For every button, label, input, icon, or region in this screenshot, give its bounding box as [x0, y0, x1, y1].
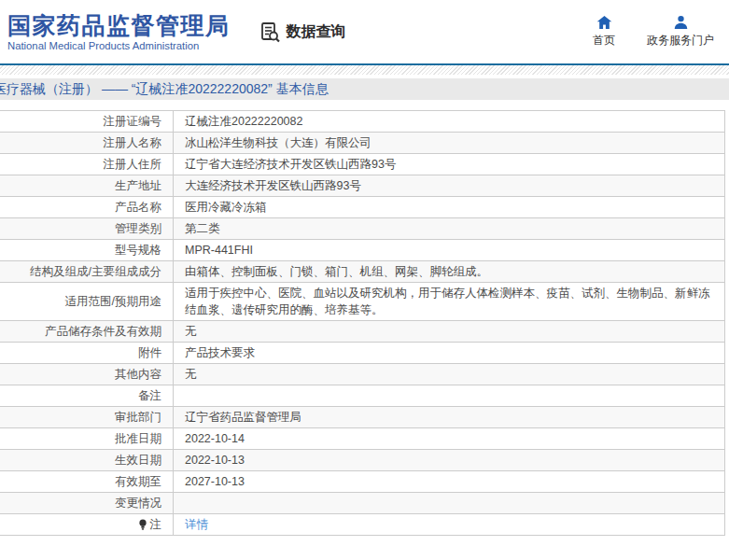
table-row: 管理类别第二类 — [0, 218, 724, 240]
row-label: 批准日期 — [0, 428, 174, 449]
table-row: 生产地址大连经济技术开发区铁山西路93号 — [0, 175, 724, 197]
home-icon — [596, 15, 612, 30]
row-value: 辽宁省药品监督管理局 — [174, 407, 724, 427]
row-label: 产品储存条件及有效期 — [0, 321, 174, 342]
row-value: 大连经济技术开发区铁山西路93号 — [174, 175, 724, 196]
table-row: 附件产品技术要求 — [0, 343, 724, 364]
logo-subtitle: National Medical Products Administration — [7, 39, 231, 52]
row-value: 无 — [174, 364, 724, 385]
row-value — [174, 385, 724, 406]
row-value: 由箱体、控制面板、门锁、箱门、机组、网架、脚轮组成。 — [174, 261, 724, 282]
row-value: 适用于疾控中心、医院、血站以及研究机构，用于储存人体检测样本、疫苗、试剂、生物制… — [174, 283, 724, 320]
table-row: 有效期至2027-10-13 — [0, 471, 724, 493]
breadcrumb-bar: 医疗器械（注册） —— “辽械注准20222220082” 基本信息 — [0, 78, 729, 100]
row-value: 2022-10-14 — [174, 428, 724, 449]
table-row: 结构及组成/主要组成成分由箱体、控制面板、门锁、箱门、机组、网架、脚轮组成。 — [0, 261, 724, 283]
row-value: 无 — [174, 321, 724, 342]
row-value: 2022-10-13 — [174, 450, 724, 470]
data-query-label: 数据查询 — [287, 22, 346, 42]
breadcrumb: 医疗器械（注册） —— “辽械注准20222220082” 基本信息 — [0, 81, 329, 98]
table-row: 生效日期2022-10-13 — [0, 450, 724, 471]
data-query-link[interactable]: 数据查询 — [260, 21, 346, 43]
spacer — [0, 100, 729, 110]
row-label: 注 — [0, 514, 174, 535]
header-nav: 首页 政务服务门户 — [593, 15, 714, 49]
row-label: 备注 — [0, 385, 174, 406]
row-value: 辽宁省大连经济技术开发区铁山西路93号 — [174, 154, 724, 175]
bulb-icon — [138, 519, 147, 531]
row-label: 注册人名称 — [0, 133, 174, 153]
row-label: 生产地址 — [0, 175, 174, 196]
table-row: 注册证编号辽械注准20222220082 — [0, 111, 724, 133]
row-value: 产品技术要求 — [174, 343, 724, 363]
row-value: 2027-10-13 — [174, 471, 724, 492]
row-value: 第二类 — [174, 218, 724, 239]
row-value: 详情 — [174, 514, 724, 535]
table-row: 审批部门辽宁省药品监督管理局 — [0, 407, 724, 428]
detail-link[interactable]: 详情 — [185, 516, 208, 533]
row-value: 冰山松洋生物科技（大连）有限公司 — [174, 133, 724, 153]
row-label: 适用范围/预期用途 — [0, 283, 174, 320]
nav-home[interactable]: 首页 — [593, 15, 615, 49]
row-label: 注册人住所 — [0, 154, 174, 175]
table-row: 变更情况 — [0, 493, 724, 514]
nav-gov-portal-label: 政务服务门户 — [647, 33, 714, 49]
hatch-texture-band — [0, 65, 729, 75]
table-row: 批准日期2022-10-14 — [0, 428, 724, 450]
row-label: 变更情况 — [0, 493, 174, 513]
table-row: 产品储存条件及有效期无 — [0, 321, 724, 343]
row-value: 辽械注准20222220082 — [174, 111, 724, 132]
row-label: 审批部门 — [0, 407, 174, 427]
row-label: 注册证编号 — [0, 111, 174, 132]
row-label: 附件 — [0, 343, 174, 363]
row-label: 产品名称 — [0, 197, 174, 217]
table-row: 备注 — [0, 385, 724, 407]
row-value — [174, 493, 724, 513]
table-row: 型号规格MPR-441FHI — [0, 240, 724, 261]
nav-home-label: 首页 — [593, 33, 615, 49]
table-row: 注册人名称冰山松洋生物科技（大连）有限公司 — [0, 133, 724, 154]
row-label: 其他内容 — [0, 364, 174, 385]
nav-gov-portal[interactable]: 政务服务门户 — [647, 15, 714, 49]
nmpa-logo: 国家药品监督管理局 National Medical Products Admi… — [7, 12, 231, 52]
row-label: 管理类别 — [0, 218, 174, 239]
info-table: 注册证编号辽械注准20222220082注册人名称冰山松洋生物科技（大连）有限公… — [0, 110, 725, 536]
logo-title: 国家药品监督管理局 — [7, 12, 231, 38]
table-row: 注册人住所辽宁省大连经济技术开发区铁山西路93号 — [0, 154, 724, 175]
row-label: 结构及组成/主要组成成分 — [0, 261, 174, 282]
row-label: 生效日期 — [0, 450, 174, 470]
row-label: 有效期至 — [0, 471, 174, 492]
row-value: 医用冷藏冷冻箱 — [174, 197, 724, 217]
table-row: 注详情 — [0, 514, 724, 536]
row-value: MPR-441FHI — [174, 240, 724, 260]
row-label: 型号规格 — [0, 240, 174, 260]
table-row: 其他内容无 — [0, 364, 724, 385]
table-row: 产品名称医用冷藏冷冻箱 — [0, 197, 724, 218]
document-search-icon — [260, 21, 281, 43]
user-icon — [673, 15, 689, 30]
table-row: 适用范围/预期用途适用于疾控中心、医院、血站以及研究机构，用于储存人体检测样本、… — [0, 283, 724, 321]
page-header: 国家药品监督管理局 National Medical Products Admi… — [0, 0, 729, 63]
